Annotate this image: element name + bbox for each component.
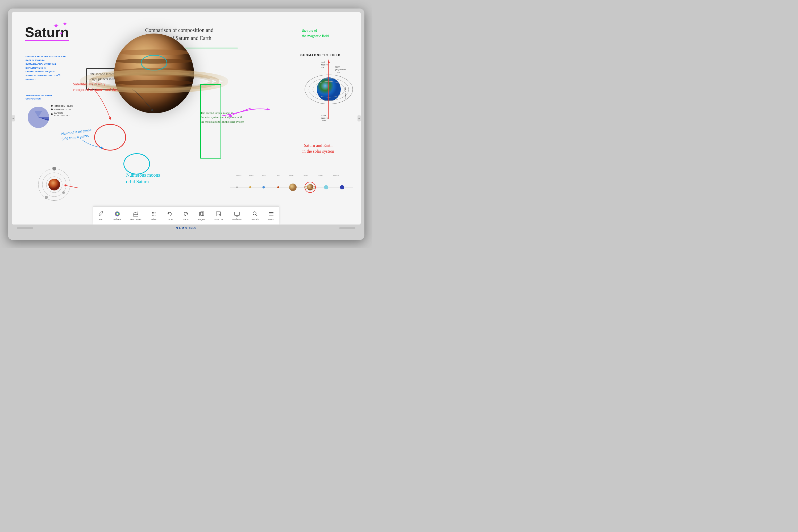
magnetic-role-text: the role ofthe magnetic field bbox=[302, 28, 329, 39]
svg-rect-53 bbox=[133, 215, 138, 216]
star-icon-1: ✦ bbox=[53, 22, 59, 30]
menu-icon bbox=[268, 210, 275, 217]
svg-point-40 bbox=[249, 186, 251, 188]
toolbar-pen[interactable]: Pen bbox=[95, 209, 107, 222]
svg-point-42 bbox=[278, 186, 279, 188]
svg-rect-73 bbox=[234, 212, 240, 215]
geomagnetic-diagram: North magnetic pole North geographical p… bbox=[301, 57, 357, 121]
svg-point-5 bbox=[49, 179, 60, 190]
svg-text:geographical: geographical bbox=[335, 69, 346, 71]
select-label: Select bbox=[151, 218, 157, 221]
svg-point-76 bbox=[253, 212, 256, 215]
math-tools-icon bbox=[132, 210, 139, 217]
svg-text:magnetic: magnetic bbox=[321, 64, 328, 66]
svg-text:pole: pole bbox=[337, 71, 340, 73]
star-icon-2: ✦ bbox=[62, 20, 68, 28]
right-arrow[interactable]: ≡ bbox=[358, 115, 361, 121]
search-icon bbox=[252, 210, 259, 217]
svg-point-47 bbox=[324, 185, 328, 189]
toolbar-search[interactable]: Search bbox=[249, 209, 262, 222]
info-block: DISTANCE FROM THE SUN: 5.910U9 km RADIUS… bbox=[25, 55, 66, 82]
undo-icon bbox=[166, 210, 173, 217]
geomagnetic-label: GEOMAGNETIC FIELD bbox=[300, 54, 341, 57]
svg-marker-67 bbox=[186, 213, 188, 215]
whiteboard[interactable]: ≡ ≡ ✦ ✦ ✦ Saturn DISTANCE FROM THE SUN: … bbox=[12, 12, 361, 225]
satellites-annotation: Satellites are mainlycomposed of stones … bbox=[73, 81, 119, 93]
redo-icon bbox=[182, 210, 189, 217]
monitor: ≡ ≡ ✦ ✦ ✦ Saturn DISTANCE FROM THE SUN: … bbox=[8, 8, 364, 240]
composition-labels: NITROGEN - 97.0% METHANE - 2.5% CARBONMO… bbox=[51, 105, 73, 118]
svg-text:Jupiter: Jupiter bbox=[289, 174, 294, 176]
svg-text:Earth: Earth bbox=[262, 174, 266, 176]
svg-marker-49 bbox=[267, 108, 270, 110]
svg-point-63 bbox=[152, 215, 153, 215]
svg-text:magnetic: magnetic bbox=[321, 117, 328, 119]
toolbar-math-tools[interactable]: Math Tools bbox=[127, 209, 144, 222]
toolbar-redo[interactable]: Redo bbox=[179, 209, 192, 222]
svg-point-52 bbox=[116, 213, 118, 215]
cyan-circle-annotation bbox=[124, 153, 150, 174]
svg-text:Uranus: Uranus bbox=[318, 174, 323, 176]
select-icon bbox=[150, 210, 157, 217]
svg-point-59 bbox=[155, 212, 156, 213]
svg-marker-16 bbox=[328, 60, 330, 63]
svg-text:Mercury: Mercury bbox=[236, 174, 242, 176]
toolbar-menu[interactable]: Menu bbox=[265, 209, 278, 222]
svg-text:Axis of rotation: Axis of rotation bbox=[344, 87, 346, 99]
svg-point-60 bbox=[152, 213, 153, 214]
svg-point-62 bbox=[155, 213, 156, 214]
svg-point-8 bbox=[62, 191, 65, 194]
svg-point-65 bbox=[155, 215, 156, 215]
svg-point-48 bbox=[340, 185, 344, 189]
svg-text:♂: ♂ bbox=[52, 167, 54, 168]
samsung-logo: SAMSUNG bbox=[176, 227, 196, 230]
toolbar-miniboard[interactable]: Miniboard bbox=[229, 209, 245, 222]
saturn-info: DISTANCE FROM THE SUN: 5.910U9 km RADIUS… bbox=[25, 55, 66, 82]
pages-label: Pages bbox=[198, 218, 205, 221]
svg-point-44 bbox=[307, 184, 314, 190]
palette-icon bbox=[114, 210, 121, 217]
waves-annotation: Waves of a magneticfield from a planet bbox=[60, 127, 93, 142]
svg-point-39 bbox=[236, 187, 238, 188]
pages-icon bbox=[198, 210, 205, 217]
toolbar-note-on[interactable]: Note On bbox=[211, 209, 226, 222]
toolbar-select[interactable]: Select bbox=[148, 209, 160, 222]
star-icon-3: ✦ bbox=[59, 30, 63, 36]
pen-label: Pen bbox=[99, 218, 103, 221]
methane-label: METHANE - 2.5% bbox=[51, 108, 73, 111]
palette-label: Palette bbox=[114, 218, 121, 221]
toolbar-palette[interactable]: Palette bbox=[111, 209, 124, 222]
svg-point-57 bbox=[152, 212, 153, 213]
svg-marker-66 bbox=[168, 213, 169, 215]
svg-text:Saturn: Saturn bbox=[304, 174, 308, 176]
svg-text:North: North bbox=[336, 66, 340, 68]
menu-label: Menu bbox=[268, 218, 274, 221]
svg-point-7 bbox=[45, 196, 48, 199]
toolbar-undo[interactable]: Undo bbox=[164, 209, 176, 222]
info-day-length: DAY LENGTH: 6d 4h bbox=[25, 66, 66, 70]
svg-text:pole: pole bbox=[322, 120, 326, 121]
nitrogen-label: NITROGEN - 97.0% bbox=[51, 105, 73, 107]
svg-point-58 bbox=[153, 212, 154, 213]
svg-text:South: South bbox=[321, 114, 326, 116]
pen-icon bbox=[98, 210, 104, 217]
svg-point-61 bbox=[153, 213, 154, 214]
svg-rect-70 bbox=[216, 212, 221, 216]
info-surface-area: SURFACE AREA: 1.795E7 km2 bbox=[25, 62, 66, 66]
info-distance: DISTANCE FROM THE SUN: 5.910U9 km bbox=[25, 55, 66, 58]
svg-line-56 bbox=[137, 212, 138, 215]
info-moons: MOONS: 5 bbox=[25, 78, 66, 81]
svg-text:Mars: Mars bbox=[277, 174, 280, 176]
svg-text:pole: pole bbox=[321, 66, 324, 69]
svg-line-54 bbox=[133, 212, 138, 213]
note-on-icon bbox=[215, 210, 222, 217]
info-radius: RADIUS: 1188.3 km bbox=[25, 58, 66, 62]
second-largest-annotation: The second largest planet inthe solar sy… bbox=[201, 111, 254, 124]
left-arrow[interactable]: ≡ bbox=[12, 115, 15, 121]
solar-system-row: Mercury Venus Earth Mars Jupiter Saturn … bbox=[228, 173, 355, 205]
toolbar-pages[interactable]: Pages bbox=[195, 209, 208, 222]
miniboard-label: Miniboard bbox=[232, 218, 243, 221]
svg-line-77 bbox=[256, 214, 258, 216]
search-label: Search bbox=[251, 218, 259, 221]
left-speaker bbox=[17, 227, 33, 229]
